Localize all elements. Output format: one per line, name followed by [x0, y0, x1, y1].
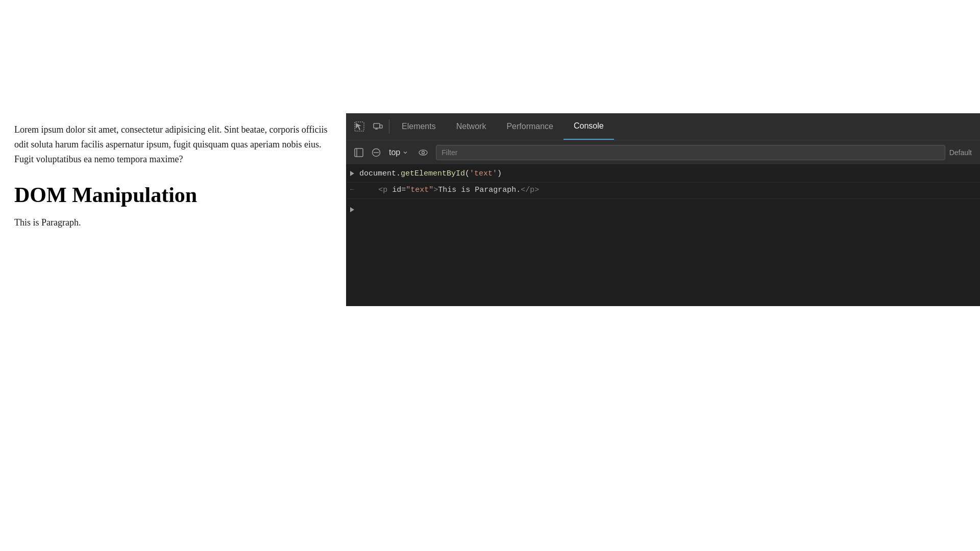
svg-rect-2: [380, 125, 382, 128]
console-filter-input[interactable]: [436, 145, 945, 160]
inspector-icon[interactable]: [350, 117, 369, 136]
devtools-toolbar: Elements Network Performance Console: [346, 113, 980, 140]
paragraph-text: This is Paragraph.: [14, 217, 333, 228]
toolbar-separator-1: [389, 119, 389, 134]
page-content: Lorem ipsum dolor sit amet, consectetur …: [0, 0, 347, 316]
console-output: document.getElementById('text') ← <p id=…: [346, 164, 980, 306]
input-chevron-icon: [350, 171, 354, 176]
svg-rect-1: [374, 123, 380, 128]
console-input-line-1: document.getElementById('text'): [346, 166, 980, 183]
console-code-1: document.getElementById('text'): [359, 168, 502, 180]
dom-heading: DOM Manipulation: [14, 183, 333, 207]
output-arrow-icon: ←: [350, 185, 354, 195]
console-toolbar: top Default: [346, 140, 980, 164]
responsive-icon[interactable]: [369, 117, 387, 136]
tab-elements[interactable]: Elements: [391, 113, 446, 140]
console-output-line-1: ← <p id="text">This is Paragraph.</p>: [346, 183, 980, 199]
tab-network[interactable]: Network: [446, 113, 497, 140]
tab-performance[interactable]: Performance: [496, 113, 564, 140]
console-empty-input-line[interactable]: [346, 199, 980, 217]
prompt-chevron-icon: [350, 207, 354, 212]
svg-point-10: [422, 151, 425, 154]
svg-point-9: [419, 150, 427, 155]
svg-rect-5: [355, 148, 363, 157]
log-level-selector[interactable]: Default: [949, 148, 976, 157]
clear-console-button[interactable]: [368, 144, 385, 161]
devtools-panel: Elements Network Performance Console: [346, 113, 980, 306]
console-output-code-1: <p id="text">This is Paragraph.</p>: [378, 185, 539, 196]
lorem-ipsum-text: Lorem ipsum dolor sit amet, consectetur …: [14, 122, 333, 166]
tab-console[interactable]: Console: [564, 113, 614, 140]
context-selector[interactable]: top: [385, 146, 412, 159]
page-bottom: [0, 306, 980, 551]
watch-expressions-button[interactable]: [414, 144, 432, 161]
sidebar-toggle-button[interactable]: [350, 144, 368, 161]
devtools-tabs: Elements Network Performance Console: [391, 113, 976, 140]
context-selector-label: top: [389, 148, 400, 157]
output-indent: [358, 185, 370, 195]
